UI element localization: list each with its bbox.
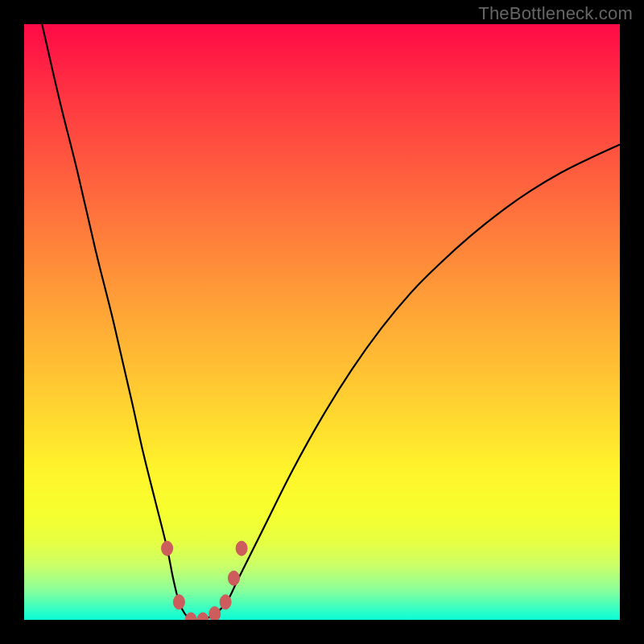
curve-marker [173,595,184,609]
chart-plot-area [24,24,620,620]
curve-marker [185,613,196,620]
chart-svg [24,24,620,620]
watermark-text: TheBottleneck.com [478,3,633,24]
curve-marker [236,541,247,555]
curve-marker [220,595,231,609]
curve-marker [228,571,239,585]
chart-frame: TheBottleneck.com [0,0,644,644]
curve-marker [162,541,173,555]
curve-markers [162,541,248,620]
curve-marker [209,607,221,620]
curve-marker [197,613,208,620]
curve-line [42,24,620,620]
